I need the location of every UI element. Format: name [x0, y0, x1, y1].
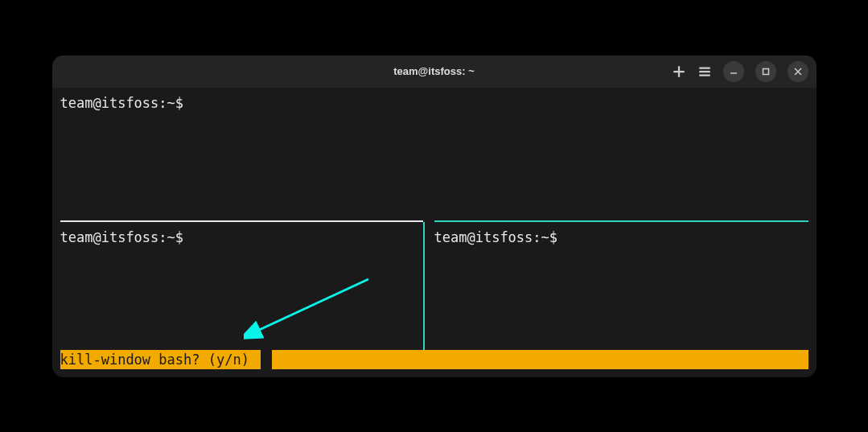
tmux-command-prompt[interactable]: kill-window bash? (y/n)	[60, 350, 261, 369]
svg-rect-0	[763, 68, 768, 74]
shell-prompt: team@itsfoss:~$	[60, 94, 808, 113]
tmux-panes-bottom: team@itsfoss:~$ team@itsfoss:~$	[60, 222, 808, 350]
hamburger-icon	[697, 64, 712, 79]
tmux-status-bar: kill-window bash? (y/n)	[60, 350, 808, 369]
window-title: team@itsfoss: ~	[393, 65, 474, 77]
titlebar[interactable]: team@itsfoss: ~	[52, 56, 817, 88]
terminal-window: team@itsfoss: ~ team@itsfoss:~$	[52, 56, 817, 377]
maximize-icon	[762, 68, 770, 76]
close-button[interactable]	[788, 61, 808, 82]
tmux-pane-top[interactable]: team@itsfoss:~$	[60, 88, 808, 220]
minimize-button[interactable]	[723, 61, 744, 82]
shell-prompt: team@itsfoss:~$	[434, 228, 808, 248]
close-icon	[794, 68, 802, 76]
status-gap	[261, 350, 272, 369]
new-tab-button[interactable]	[672, 64, 686, 79]
shell-prompt: team@itsfoss:~$	[60, 228, 423, 248]
window-controls	[672, 61, 808, 82]
tmux-pane-bottom-right[interactable]: team@itsfoss:~$	[425, 222, 808, 350]
status-bar-rest	[272, 350, 808, 369]
tmux-pane-bottom-left[interactable]: team@itsfoss:~$	[60, 222, 423, 350]
maximize-button[interactable]	[755, 61, 776, 82]
plus-icon	[672, 64, 686, 79]
terminal-content: team@itsfoss:~$ team@itsfoss:~$ team@its…	[52, 88, 817, 377]
hamburger-menu-button[interactable]	[697, 64, 712, 79]
minimize-icon	[730, 68, 738, 76]
